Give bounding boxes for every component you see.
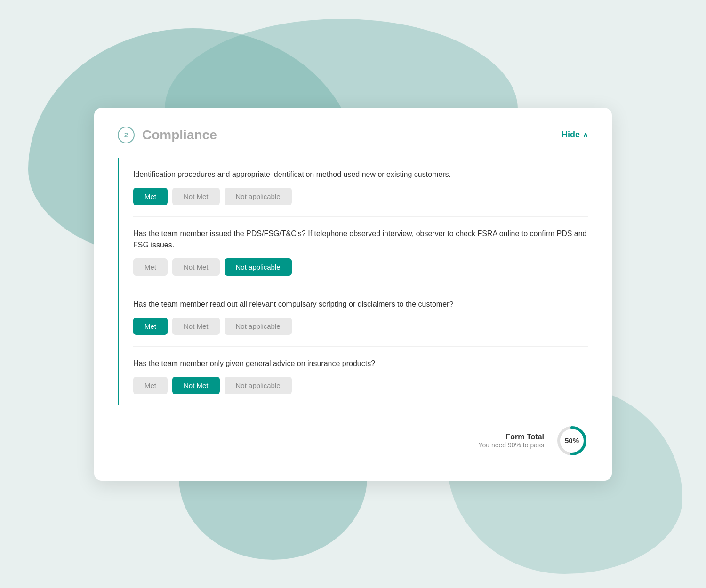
q3-btn-not-applicable[interactable]: Not applicable xyxy=(225,318,292,335)
compliance-card: 2 Compliance Hide ∧ Identification proce… xyxy=(94,108,612,481)
button-group-2: MetNot MetNot applicable xyxy=(133,258,588,276)
question-block-2: Has the team member issued the PDS/FSG/T… xyxy=(133,217,588,287)
question-text-3: Has the team member read out all relevan… xyxy=(133,299,588,310)
q4-btn-not-met[interactable]: Not Met xyxy=(172,377,220,394)
hide-button[interactable]: Hide ∧ xyxy=(562,130,588,140)
q1-btn-not-applicable[interactable]: Not applicable xyxy=(225,188,292,205)
button-group-4: MetNot MetNot applicable xyxy=(133,377,588,394)
question-block-1: Identification procedures and appropriat… xyxy=(133,158,588,217)
q2-btn-not-met[interactable]: Not Met xyxy=(172,258,220,276)
q4-btn-not-applicable[interactable]: Not applicable xyxy=(225,377,292,394)
button-group-1: MetNot MetNot applicable xyxy=(133,188,588,205)
card-header: 2 Compliance Hide ∧ xyxy=(118,127,588,143)
progress-label: 50% xyxy=(555,424,588,457)
progress-circle: 50% xyxy=(555,424,588,457)
form-total-subtitle: You need 90% to pass xyxy=(478,441,544,449)
q3-btn-not-met[interactable]: Not Met xyxy=(172,318,220,335)
q1-btn-not-met[interactable]: Not Met xyxy=(172,188,220,205)
q2-btn-not-applicable[interactable]: Not applicable xyxy=(225,258,292,276)
question-text-4: Has the team member only given general a… xyxy=(133,358,588,369)
questions-container: Identification procedures and appropriat… xyxy=(118,158,588,405)
q2-btn-met[interactable]: Met xyxy=(133,258,168,276)
form-total-info: Form Total You need 90% to pass xyxy=(478,433,544,449)
q1-btn-met[interactable]: Met xyxy=(133,188,168,205)
form-total-title: Form Total xyxy=(478,433,544,441)
question-text-1: Identification procedures and appropriat… xyxy=(133,169,588,180)
chevron-up-icon: ∧ xyxy=(583,130,588,139)
question-block-4: Has the team member only given general a… xyxy=(133,347,588,405)
question-block-3: Has the team member read out all relevan… xyxy=(133,287,588,347)
hide-label: Hide xyxy=(562,130,580,140)
question-text-2: Has the team member issued the PDS/FSG/T… xyxy=(133,228,588,251)
q4-btn-met[interactable]: Met xyxy=(133,377,168,394)
q3-btn-met[interactable]: Met xyxy=(133,318,168,335)
section-number: 2 xyxy=(118,127,135,143)
button-group-3: MetNot MetNot applicable xyxy=(133,318,588,335)
footer: Form Total You need 90% to pass 50% xyxy=(118,424,588,457)
section-title: Compliance xyxy=(142,127,217,143)
header-left: 2 Compliance xyxy=(118,127,217,143)
